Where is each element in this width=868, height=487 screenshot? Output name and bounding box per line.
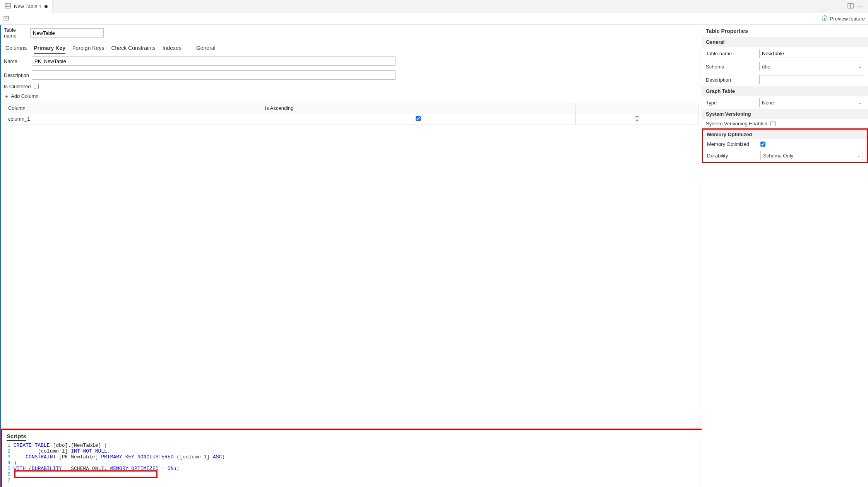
- section-graph: Graph Table: [702, 86, 868, 96]
- tab-new-table[interactable]: New Table 1: [0, 0, 53, 13]
- chevron-down-icon: ⌄: [858, 64, 861, 69]
- pk-name-input[interactable]: [32, 56, 395, 66]
- section-sysver: System Versioning: [702, 109, 868, 119]
- memory-optimized-highlight: Memory Optimized Memory Optimized Durabi…: [702, 128, 868, 163]
- is-clustered-checkbox[interactable]: [34, 84, 39, 89]
- rp-sysver-checkbox[interactable]: [770, 121, 776, 126]
- code-editor[interactable]: 1CREATE TABLE [dbo].[NewTable] ( 2···· […: [2, 441, 702, 487]
- highlight-box: [14, 470, 158, 478]
- svg-point-8: [824, 17, 825, 17]
- is-clustered-label: Is Clustered: [4, 84, 31, 89]
- tab-bar: New Table 1 ···: [0, 0, 868, 13]
- more-actions-icon[interactable]: ···: [858, 3, 864, 9]
- tab-foreign-keys[interactable]: Foreign Keys: [72, 43, 104, 54]
- designer-toolbar: Preview feature: [0, 13, 868, 25]
- tab-general[interactable]: General: [196, 43, 216, 54]
- rp-sysver-label: System Versioning Enabled: [706, 121, 767, 126]
- preview-feature[interactable]: Preview feature: [822, 15, 865, 22]
- preview-feature-label: Preview feature: [830, 16, 865, 22]
- rp-durability-select[interactable]: Schema Only ⌄: [760, 151, 863, 160]
- rp-mem-opt-label: Memory Optimized: [707, 141, 757, 147]
- pk-columns-grid: Column Is Ascending column_1: [4, 103, 699, 125]
- chevron-down-icon: ⌄: [858, 100, 861, 105]
- chevron-down-icon: ⌄: [857, 153, 860, 158]
- dirty-indicator-icon: [45, 5, 48, 8]
- grid-header-ascending[interactable]: Is Ascending: [261, 103, 575, 113]
- rp-mem-opt-checkbox[interactable]: [760, 142, 765, 147]
- tab-title: New Table 1: [14, 3, 41, 9]
- tab-primary-key[interactable]: Primary Key: [34, 43, 65, 54]
- trash-icon[interactable]: [634, 117, 640, 123]
- tab-indexes[interactable]: Indexes: [163, 43, 181, 54]
- rp-durability-label: Durability: [707, 153, 757, 159]
- grid-header-actions: [575, 103, 698, 113]
- tab-columns[interactable]: Columns: [5, 43, 27, 54]
- table-icon: [5, 3, 11, 10]
- pk-desc-label: Description: [4, 72, 28, 78]
- pk-name-label: Name: [4, 58, 28, 64]
- publish-icon[interactable]: [3, 15, 9, 22]
- split-editor-icon[interactable]: [847, 3, 854, 10]
- grid-cell-ascending-checkbox[interactable]: [416, 116, 421, 121]
- svg-rect-9: [824, 18, 825, 20]
- table-row[interactable]: column_1: [4, 113, 699, 125]
- grid-cell-column[interactable]: column_1: [4, 113, 261, 125]
- rp-desc-input[interactable]: [759, 75, 864, 84]
- plus-icon: ＋: [4, 94, 9, 99]
- designer-left-pane: Table name Columns Primary Key Foreign K…: [1, 25, 702, 487]
- table-name-label: Table name: [4, 27, 27, 39]
- section-general: General: [702, 37, 868, 47]
- properties-panel: Table Properties General Table name Sche…: [702, 25, 868, 487]
- grid-header-column[interactable]: Column: [4, 103, 261, 113]
- rp-schema-label: Schema: [706, 64, 756, 70]
- rp-graph-type-label: Type: [706, 100, 756, 106]
- add-column-label: Add Column: [11, 93, 39, 99]
- svg-rect-6: [4, 16, 9, 20]
- svg-rect-0: [5, 3, 10, 8]
- designer-tabs: Columns Primary Key Foreign Keys Check C…: [1, 41, 702, 54]
- section-mem: Memory Optimized: [703, 130, 867, 139]
- table-name-input[interactable]: [30, 28, 104, 38]
- tab-check-constraints[interactable]: Check Constraints: [111, 43, 155, 54]
- rp-graph-type-select[interactable]: None ⌄: [759, 98, 864, 107]
- info-icon: [822, 15, 828, 22]
- pk-desc-input[interactable]: [32, 70, 395, 80]
- rp-schema-select[interactable]: dbo ⌄: [759, 62, 864, 71]
- rp-tablename-input[interactable]: [759, 49, 864, 58]
- rp-desc-label: Description: [706, 77, 756, 83]
- scripts-panel: Scripts 1CREATE TABLE [dbo].[NewTable] (…: [1, 429, 702, 487]
- scripts-title: Scripts: [7, 433, 26, 441]
- add-column-button[interactable]: ＋ Add Column: [1, 91, 702, 101]
- properties-title: Table Properties: [702, 25, 868, 37]
- rp-tablename-label: Table name: [706, 51, 756, 56]
